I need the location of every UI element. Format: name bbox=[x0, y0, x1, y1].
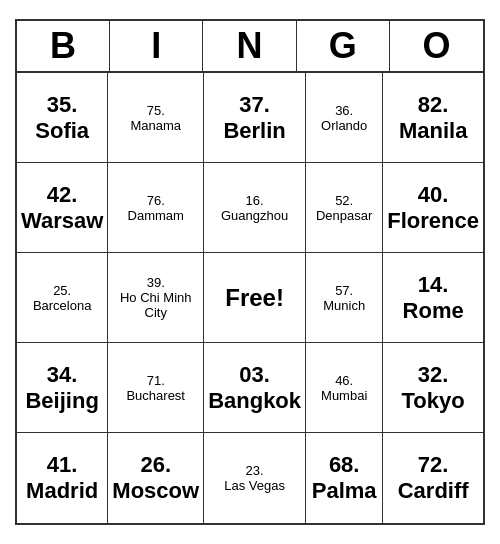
cell-city-19: Tokyo bbox=[402, 388, 465, 414]
bingo-header: BINGO bbox=[17, 21, 483, 73]
bingo-cell-14: 14.Rome bbox=[383, 253, 483, 343]
cell-city-24: Cardiff bbox=[398, 478, 469, 504]
header-letter-N: N bbox=[203, 21, 296, 71]
bingo-cell-5: 42.Warsaw bbox=[17, 163, 108, 253]
cell-city-13: Munich bbox=[323, 298, 365, 313]
bingo-cell-10: 25.Barcelona bbox=[17, 253, 108, 343]
cell-number-10: 25. bbox=[53, 283, 71, 298]
cell-number-21: 26. bbox=[140, 452, 171, 478]
cell-city-6: Dammam bbox=[128, 208, 184, 223]
cell-number-4: 82. bbox=[418, 92, 449, 118]
bingo-cell-24: 72.Cardiff bbox=[383, 433, 483, 523]
cell-number-17: 03. bbox=[239, 362, 270, 388]
cell-number-18: 46. bbox=[335, 373, 353, 388]
cell-number-3: 36. bbox=[335, 103, 353, 118]
cell-city-9: Florence bbox=[387, 208, 479, 234]
cell-number-8: 52. bbox=[335, 193, 353, 208]
bingo-card: BINGO 35.Sofia75.Manama37.Berlin36.Orlan… bbox=[15, 19, 485, 525]
cell-number-13: 57. bbox=[335, 283, 353, 298]
bingo-cell-23: 68.Palma bbox=[306, 433, 383, 523]
cell-city-4: Manila bbox=[399, 118, 467, 144]
cell-city-16: Bucharest bbox=[126, 388, 185, 403]
bingo-cell-11: 39.Ho Chi Minh City bbox=[108, 253, 204, 343]
cell-city-23: Palma bbox=[312, 478, 377, 504]
cell-number-2: 37. bbox=[239, 92, 270, 118]
bingo-cell-0: 35.Sofia bbox=[17, 73, 108, 163]
free-space: Free! bbox=[225, 284, 284, 312]
cell-number-6: 76. bbox=[147, 193, 165, 208]
cell-city-8: Denpasar bbox=[316, 208, 372, 223]
cell-number-5: 42. bbox=[47, 182, 78, 208]
cell-number-9: 40. bbox=[418, 182, 449, 208]
cell-number-16: 71. bbox=[147, 373, 165, 388]
cell-number-15: 34. bbox=[47, 362, 78, 388]
cell-number-24: 72. bbox=[418, 452, 449, 478]
cell-city-18: Mumbai bbox=[321, 388, 367, 403]
cell-number-19: 32. bbox=[418, 362, 449, 388]
cell-number-14: 14. bbox=[418, 272, 449, 298]
bingo-cell-20: 41.Madrid bbox=[17, 433, 108, 523]
bingo-cell-1: 75.Manama bbox=[108, 73, 204, 163]
cell-number-20: 41. bbox=[47, 452, 78, 478]
header-letter-B: B bbox=[17, 21, 110, 71]
cell-city-22: Las Vegas bbox=[224, 478, 285, 493]
bingo-cell-12: Free! bbox=[204, 253, 306, 343]
cell-city-3: Orlando bbox=[321, 118, 367, 133]
bingo-cell-18: 46.Mumbai bbox=[306, 343, 383, 433]
cell-city-2: Berlin bbox=[223, 118, 285, 144]
cell-number-22: 23. bbox=[246, 463, 264, 478]
header-letter-I: I bbox=[110, 21, 203, 71]
header-letter-G: G bbox=[297, 21, 390, 71]
bingo-cell-16: 71.Bucharest bbox=[108, 343, 204, 433]
bingo-cell-2: 37.Berlin bbox=[204, 73, 306, 163]
cell-city-14: Rome bbox=[403, 298, 464, 324]
bingo-cell-3: 36.Orlando bbox=[306, 73, 383, 163]
cell-city-7: Guangzhou bbox=[221, 208, 288, 223]
cell-number-11: 39. bbox=[147, 275, 165, 290]
bingo-cell-9: 40.Florence bbox=[383, 163, 483, 253]
cell-city-5: Warsaw bbox=[21, 208, 103, 234]
bingo-cell-7: 16.Guangzhou bbox=[204, 163, 306, 253]
cell-number-1: 75. bbox=[147, 103, 165, 118]
bingo-cell-17: 03.Bangkok bbox=[204, 343, 306, 433]
cell-city-11: Ho Chi Minh City bbox=[112, 290, 199, 320]
header-letter-O: O bbox=[390, 21, 483, 71]
bingo-cell-6: 76.Dammam bbox=[108, 163, 204, 253]
bingo-cell-13: 57.Munich bbox=[306, 253, 383, 343]
cell-city-1: Manama bbox=[130, 118, 181, 133]
cell-city-20: Madrid bbox=[26, 478, 98, 504]
cell-city-17: Bangkok bbox=[208, 388, 301, 414]
bingo-cell-22: 23.Las Vegas bbox=[204, 433, 306, 523]
bingo-grid: 35.Sofia75.Manama37.Berlin36.Orlando82.M… bbox=[17, 73, 483, 523]
cell-city-21: Moscow bbox=[112, 478, 199, 504]
cell-city-0: Sofia bbox=[35, 118, 89, 144]
cell-number-7: 16. bbox=[246, 193, 264, 208]
cell-number-23: 68. bbox=[329, 452, 360, 478]
bingo-cell-19: 32.Tokyo bbox=[383, 343, 483, 433]
bingo-cell-21: 26.Moscow bbox=[108, 433, 204, 523]
cell-city-15: Beijing bbox=[25, 388, 98, 414]
cell-city-10: Barcelona bbox=[33, 298, 92, 313]
bingo-cell-15: 34.Beijing bbox=[17, 343, 108, 433]
bingo-cell-8: 52.Denpasar bbox=[306, 163, 383, 253]
cell-number-0: 35. bbox=[47, 92, 78, 118]
bingo-cell-4: 82.Manila bbox=[383, 73, 483, 163]
